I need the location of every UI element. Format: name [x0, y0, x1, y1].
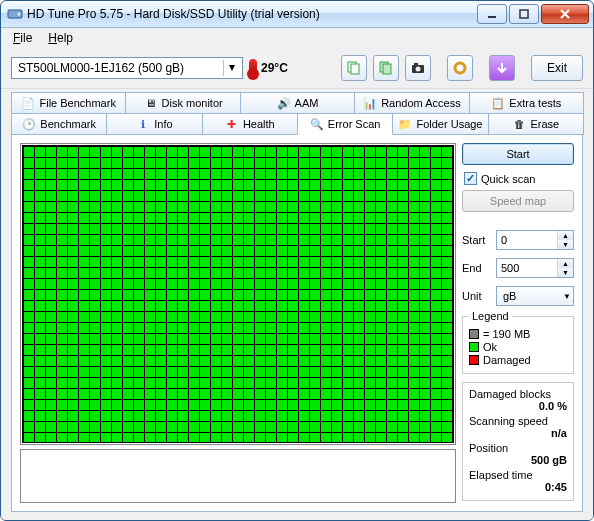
copy-info-button[interactable]: [341, 55, 367, 81]
file-icon: 📄: [21, 96, 35, 110]
elapsed-label: Elapsed time: [469, 469, 567, 481]
damaged-blocks-value: 0.0 %: [469, 400, 567, 412]
temperature-display: 29°C: [249, 59, 325, 77]
tab-folder-usage[interactable]: 📁Folder Usage: [392, 113, 488, 135]
position-value: 500 gB: [469, 454, 567, 466]
unit-select[interactable]: gB ▼: [496, 286, 574, 306]
svg-rect-3: [520, 10, 528, 18]
scanning-speed-label: Scanning speed: [469, 415, 567, 427]
checkbox-icon: ✓: [464, 172, 477, 185]
tab-random-access[interactable]: 📊Random Access: [354, 92, 469, 114]
temperature-value: 29°C: [261, 61, 288, 75]
stats-box: Damaged blocks 0.0 % Scanning speed n/a …: [462, 382, 574, 501]
legend-swatch-ok: [469, 342, 479, 352]
spinner-arrows[interactable]: ▲▼: [557, 231, 573, 249]
end-field-row: End 500 ▲▼: [462, 258, 574, 278]
tab-info[interactable]: ℹInfo: [106, 113, 202, 135]
monitor-icon: 🖥: [144, 96, 158, 110]
list-icon: 📋: [491, 96, 505, 110]
position-label: Position: [469, 442, 567, 454]
titlebar: HD Tune Pro 5.75 - Hard Disk/SSD Utility…: [1, 1, 593, 28]
svg-point-12: [458, 66, 462, 70]
health-icon: ✚: [225, 117, 239, 131]
speaker-icon: 🔊: [277, 96, 291, 110]
quick-scan-checkbox[interactable]: ✓ Quick scan: [464, 172, 574, 185]
trash-icon: 🗑: [512, 117, 526, 131]
drive-select[interactable]: ST500LM000-1EJ162 (500 gB) ▾: [11, 57, 243, 79]
legend-swatch-damaged: [469, 355, 479, 365]
unit-field-row: Unit gB ▼: [462, 286, 574, 306]
svg-rect-5: [351, 64, 359, 74]
tab-disk-monitor[interactable]: 🖥Disk monitor: [125, 92, 240, 114]
start-field-row: Start 0 ▲▼: [462, 230, 574, 250]
start-button[interactable]: Start: [462, 143, 574, 165]
tab-row-primary: 🕑Benchmark ℹInfo ✚Health 🔍Error Scan 📁Fo…: [11, 113, 583, 135]
tab-file-benchmark[interactable]: 📄File Benchmark: [11, 92, 126, 114]
start-label: Start: [462, 234, 492, 246]
minimize-button[interactable]: [477, 4, 507, 24]
thermometer-icon: [249, 59, 257, 77]
menu-help[interactable]: Help: [42, 30, 79, 46]
damaged-blocks-label: Damaged blocks: [469, 388, 567, 400]
svg-rect-2: [488, 16, 496, 18]
log-box: [20, 449, 456, 503]
folder-icon: 📁: [398, 117, 412, 131]
tab-extra-tests[interactable]: 📋Extra tests: [469, 92, 584, 114]
unit-label: Unit: [462, 290, 492, 302]
legend-title: Legend: [469, 310, 512, 322]
end-input[interactable]: 500 ▲▼: [496, 258, 574, 278]
minimize-to-tray-button[interactable]: [489, 55, 515, 81]
toolbar: ST500LM000-1EJ162 (500 gB) ▾ 29°C Exit: [1, 48, 593, 89]
tab-aam[interactable]: 🔊AAM: [240, 92, 355, 114]
tab-row-secondary: 📄File Benchmark 🖥Disk monitor 🔊AAM 📊Rand…: [11, 92, 583, 114]
legend-swatch-block: [469, 329, 479, 339]
drive-select-value: ST500LM000-1EJ162 (500 gB): [18, 61, 184, 75]
tab-error-scan[interactable]: 🔍Error Scan: [297, 113, 393, 135]
save-screenshot-button[interactable]: [405, 55, 431, 81]
window-title: HD Tune Pro 5.75 - Hard Disk/SSD Utility…: [27, 7, 477, 21]
svg-point-9: [416, 67, 421, 72]
search-icon: 🔍: [310, 117, 324, 131]
start-input[interactable]: 0 ▲▼: [496, 230, 574, 250]
elapsed-value: 0:45: [469, 481, 567, 493]
scan-area: [20, 143, 456, 503]
error-scan-page: Start ✓ Quick scan Speed map Start 0 ▲▼ …: [11, 135, 583, 512]
svg-point-1: [18, 13, 21, 16]
speed-map-button: Speed map: [462, 190, 574, 212]
block-grid-inner: [22, 145, 454, 443]
tab-benchmark[interactable]: 🕑Benchmark: [11, 113, 107, 135]
chevron-down-icon: ▾: [223, 60, 239, 76]
gauge-icon: 🕑: [22, 117, 36, 131]
spinner-arrows[interactable]: ▲▼: [557, 259, 573, 277]
copy-screenshot-button[interactable]: [373, 55, 399, 81]
info-icon: ℹ: [136, 117, 150, 131]
maximize-button[interactable]: [509, 4, 539, 24]
tab-health[interactable]: ✚Health: [202, 113, 298, 135]
block-grid: [20, 143, 456, 445]
scanning-speed-value: n/a: [469, 427, 567, 439]
menubar: File Help: [1, 28, 593, 48]
close-button[interactable]: [541, 4, 589, 24]
svg-rect-10: [414, 63, 418, 66]
menu-file[interactable]: File: [7, 30, 38, 46]
legend-box: Legend = 190 MB Ok Damaged: [462, 316, 574, 374]
app-icon: [7, 6, 23, 22]
random-icon: 📊: [363, 96, 377, 110]
client-area: 📄File Benchmark 🖥Disk monitor 🔊AAM 📊Rand…: [1, 89, 593, 520]
settings-button[interactable]: [447, 55, 473, 81]
exit-button[interactable]: Exit: [531, 55, 583, 81]
svg-rect-7: [383, 64, 391, 74]
tab-erase[interactable]: 🗑Erase: [488, 113, 584, 135]
end-label: End: [462, 262, 492, 274]
side-panel: Start ✓ Quick scan Speed map Start 0 ▲▼ …: [462, 143, 574, 503]
chevron-down-icon: ▼: [563, 292, 571, 301]
